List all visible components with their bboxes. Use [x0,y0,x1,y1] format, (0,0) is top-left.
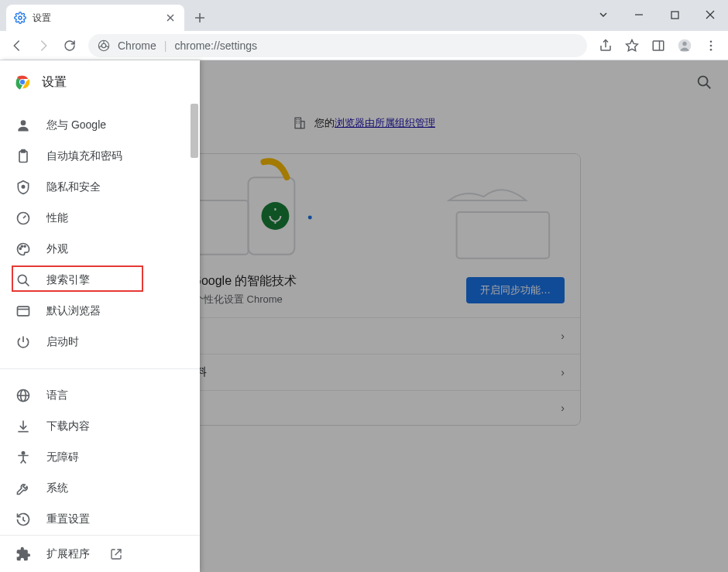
svg-point-9 [710,40,713,43]
sidebar-item-label: 您与 Google [46,118,106,132]
window-minimize[interactable] [621,0,657,29]
svg-point-37 [24,245,26,247]
svg-rect-40 [18,307,29,316]
divider [0,368,200,369]
download-icon [15,419,31,434]
svg-point-35 [19,248,21,249]
sidebar-item-restore[interactable]: 重置设置 [0,504,200,535]
browser-icon [15,303,31,319]
window-close[interactable] [692,0,728,29]
accessibility-icon [15,450,31,465]
drawer-title: 设置 [42,74,67,91]
power-icon [15,334,31,350]
svg-point-0 [19,16,22,19]
drawer-scroll[interactable]: 您与 Google自动填充和密码隐私和安全性能外观搜索引擎默认浏览器启动时 语言… [0,104,200,535]
sidebar-item-label: 无障碍 [46,450,79,464]
new-tab-button[interactable] [189,7,211,29]
clipboard-icon [15,149,31,164]
nav-reload-button[interactable] [57,33,82,58]
address-url: chrome://settings [174,39,257,52]
tab-search-icon[interactable] [585,0,621,29]
extensions-label: 扩展程序 [46,547,90,561]
content-area: 您的浏览器由所属组织管理 畅享 Google 的智能技术 [0,60,728,572]
sidebar-item-label: 自动填充和密码 [46,149,122,163]
wrench-icon [15,481,31,496]
sidebar-item-clipboard[interactable]: 自动填充和密码 [0,141,200,172]
extension-icon [15,546,31,562]
share-icon[interactable] [593,33,618,58]
globe-icon [15,388,31,403]
bookmark-star-icon[interactable] [620,33,644,58]
svg-point-8 [682,41,686,45]
svg-point-10 [710,44,713,46]
window-titlebar: 设置 [0,0,728,31]
svg-rect-1 [671,12,678,19]
svg-marker-4 [627,39,638,50]
drawer-header: 设置 [0,60,200,104]
palette-icon [15,241,31,257]
side-panel-icon[interactable] [646,33,671,58]
svg-rect-32 [22,150,26,152]
settings-drawer: 设置 您与 Google自动填充和密码隐私和安全性能外观搜索引擎默认浏览器启动时… [0,60,200,572]
restore-icon [15,512,31,527]
nav-forward-button[interactable] [31,33,56,58]
address-scheme-label: Chrome [118,39,156,52]
svg-point-36 [21,245,22,247]
person-icon [15,118,31,133]
sidebar-item-label: 外观 [46,242,68,256]
sidebar-item-globe[interactable]: 语言 [0,380,200,411]
sidebar-item-label: 默认浏览器 [46,304,101,318]
drawer-scrollbar[interactable] [189,104,200,535]
sidebar-item-search[interactable]: 搜索引擎 [0,265,200,296]
sidebar-item-accessibility[interactable]: 无障碍 [0,442,200,473]
svg-point-3 [101,43,105,47]
shield-icon [15,180,31,195]
sidebar-item-person[interactable]: 您与 Google [0,110,200,141]
sidebar-item-wrench[interactable]: 系统 [0,473,200,504]
sidebar-item-label: 搜索引擎 [46,273,90,287]
close-tab-icon[interactable] [164,12,177,24]
address-separator: | [164,39,167,52]
sidebar-item-shield[interactable]: 隐私和安全 [0,172,200,203]
search-icon [15,272,31,288]
gear-icon [14,12,26,24]
svg-rect-5 [653,41,664,50]
chrome-logo-icon [14,74,31,91]
sidebar-item-palette[interactable]: 外观 [0,234,200,265]
svg-point-33 [22,186,24,188]
address-bar[interactable]: Chrome | chrome://settings [88,34,587,57]
window-maximize[interactable] [657,0,692,29]
nav-back-button[interactable] [5,33,29,58]
sidebar-item-label: 隐私和安全 [46,180,101,194]
sidebar-item-power[interactable]: 启动时 [0,327,200,358]
svg-point-30 [21,120,26,125]
tab-title: 设置 [33,12,51,25]
svg-line-39 [26,283,29,286]
extensions-row[interactable]: 扩展程序 [0,535,200,572]
svg-point-45 [22,452,24,454]
sidebar-item-label: 性能 [46,211,68,225]
sidebar-item-browser[interactable]: 默认浏览器 [0,296,200,327]
sidebar-item-label: 系统 [46,481,68,495]
sidebar-item-label: 启动时 [46,335,79,349]
window-controls [585,0,728,29]
open-external-icon [110,548,122,560]
sidebar-item-label: 下载内容 [46,420,90,433]
sidebar-item-label: 重置设置 [46,512,90,526]
sidebar-item-label: 语言 [46,389,68,402]
sidebar-item-download[interactable]: 下载内容 [0,411,200,442]
browser-toolbar: Chrome | chrome://settings [0,31,728,60]
browser-tab[interactable]: 设置 [6,5,184,31]
menu-dots-icon[interactable] [699,33,723,58]
gauge-icon [15,211,31,226]
svg-point-11 [710,48,713,50]
svg-point-38 [18,275,26,283]
sidebar-item-gauge[interactable]: 性能 [0,203,200,234]
profile-avatar-icon[interactable] [672,33,697,58]
chrome-icon [98,39,110,52]
